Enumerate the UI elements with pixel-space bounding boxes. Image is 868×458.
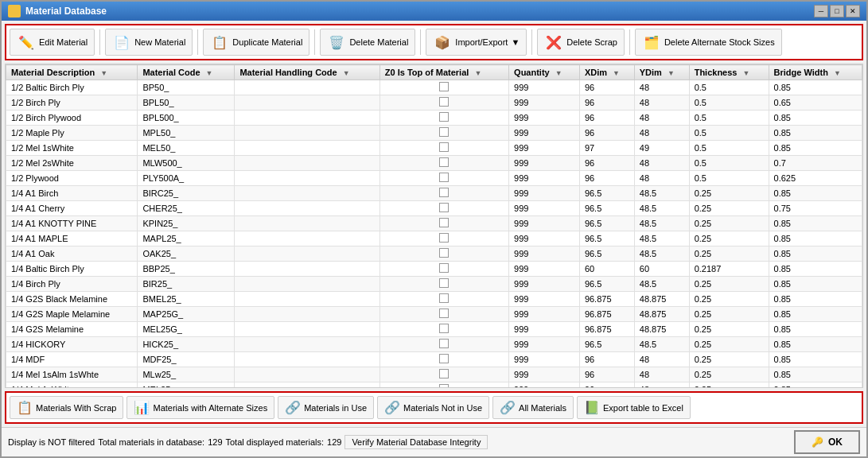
cell-12-6: 60 <box>634 262 689 277</box>
cell-5-5: 96 <box>579 156 634 171</box>
delete-scrap-button[interactable]: ❌ Delete Scrap <box>537 29 625 56</box>
checkbox[interactable] <box>439 142 449 152</box>
cell-8-6: 48.5 <box>634 201 689 216</box>
table-row[interactable]: 1/4 A1 KNOTTY PINEKPIN25_99996.548.50.25… <box>6 216 862 231</box>
cell-5-2 <box>235 156 380 171</box>
table-row[interactable]: 1/4 G2S MelamineMEL25G_99996.87548.8750.… <box>6 322 862 337</box>
cell-6-0: 1/2 Plywood <box>6 171 138 186</box>
col-header-code[interactable]: Material Code ▼ <box>138 65 235 80</box>
col-header-thickness[interactable]: Thickness ▼ <box>689 65 769 80</box>
checkbox[interactable] <box>439 82 449 91</box>
new-material-button[interactable]: 📄 New Material <box>105 29 193 56</box>
checkbox[interactable] <box>439 354 449 363</box>
cell-15-1: MAP25G_ <box>138 307 235 322</box>
table-row[interactable]: 1/4 G2S Black MelamineBMEL25_99996.87548… <box>6 292 862 307</box>
table-row[interactable]: 1/2 Mel 1sWhiteMEL50_99997490.50.85 <box>6 141 862 156</box>
cell-20-6: 48 <box>634 382 689 389</box>
table-row[interactable]: 1/4 G2S Maple MelamineMAP25G_99996.87548… <box>6 307 862 322</box>
col-header-quantity[interactable]: Quantity ▼ <box>509 65 580 80</box>
cell-19-4: 999 <box>509 367 580 382</box>
checkbox[interactable] <box>439 112 449 122</box>
table-row[interactable]: 1/2 PlywoodPLY500A_99996480.50.625 <box>6 171 862 186</box>
minimize-button[interactable]: ─ <box>814 5 828 17</box>
cell-1-1: BPL50_ <box>138 95 235 111</box>
restore-button[interactable]: □ <box>830 5 844 17</box>
cell-12-5: 60 <box>579 262 634 277</box>
table-row[interactable]: 1/4 Mel 1sWhiteMEL25_99996480.250.85 <box>6 382 862 389</box>
checkbox[interactable] <box>439 218 449 227</box>
toolbar-separator-4 <box>420 29 421 55</box>
checkbox[interactable] <box>439 293 449 303</box>
table-row[interactable]: 1/4 Birch PlyBIR25_99996.548.50.250.85 <box>6 277 862 292</box>
verify-integrity-button[interactable]: Verify Material Database Integrity <box>344 435 488 449</box>
checkbox[interactable] <box>439 309 449 318</box>
ok-button[interactable]: 🔑 OK <box>794 430 860 454</box>
table-row[interactable]: 1/4 A1 OakOAK25_99996.548.50.250.85 <box>6 246 862 262</box>
materials-not-in-use-button[interactable]: 🔗 Materials Not in Use <box>377 396 489 419</box>
materials-with-scrap-button[interactable]: 📋 Materials With Scrap <box>10 396 123 419</box>
table-row[interactable]: 1/4 MDFMDF25_99996480.250.85 <box>6 352 862 367</box>
checkbox[interactable] <box>439 157 449 167</box>
checkbox[interactable] <box>439 339 449 348</box>
table-row[interactable]: 1/2 Maple PlyMPL50_99996480.50.85 <box>6 126 862 141</box>
table-row[interactable]: 1/4 A1 CherryCHER25_99996.548.50.250.75 <box>6 201 862 216</box>
duplicate-material-button[interactable]: 📋 Duplicate Material <box>203 29 309 56</box>
cell-14-0: 1/4 G2S Black Melamine <box>6 292 138 307</box>
checkbox[interactable] <box>439 188 449 197</box>
filter-icon-xdim: ▼ <box>613 69 620 77</box>
cell-4-8: 0.85 <box>769 141 862 156</box>
checkbox[interactable] <box>439 369 449 378</box>
checkbox[interactable] <box>439 384 449 388</box>
cell-0-4: 999 <box>509 80 580 95</box>
col-header-ydim[interactable]: YDim ▼ <box>634 65 689 80</box>
checkbox[interactable] <box>439 127 449 137</box>
table-row[interactable]: 1/2 Birch PlyBPL50_99996480.50.65 <box>6 95 862 111</box>
checkbox[interactable] <box>439 233 449 243</box>
cell-17-5: 96.5 <box>579 337 634 352</box>
delete-alternate-button[interactable]: 🗂️ Delete Alternate Stock Sizes <box>635 29 782 56</box>
cell-0-0: 1/2 Baltic Birch Ply <box>6 80 138 95</box>
checkbox[interactable] <box>439 248 449 258</box>
table-row[interactable]: 1/2 Baltic Birch PlyBP50_99996480.50.85 <box>6 80 862 95</box>
table-row[interactable]: 1/2 Birch PlywoodBPL500_99996480.50.85 <box>6 111 862 126</box>
checkbox[interactable] <box>439 203 449 212</box>
table-row[interactable]: 1/4 HICKORYHICK25_99996.548.50.250.85 <box>6 337 862 352</box>
materials-in-use-button[interactable]: 🔗 Materials in Use <box>278 396 374 419</box>
checkbox[interactable] <box>439 278 449 288</box>
cell-11-7: 0.25 <box>689 246 769 262</box>
cell-7-4: 999 <box>509 186 580 201</box>
alternate-icon: 📊 <box>134 400 150 415</box>
col-header-xdim[interactable]: XDim ▼ <box>579 65 634 80</box>
table-row[interactable]: 1/4 Mel 1sAlm 1sWhteMLw25_99996480.250.8… <box>6 367 862 382</box>
cell-16-5: 96.875 <box>579 322 634 337</box>
checkbox[interactable] <box>439 97 449 107</box>
table-row[interactable]: 1/4 A1 MAPLEMAPL25_99996.548.50.250.85 <box>6 231 862 246</box>
export-excel-button[interactable]: 📗 Export table to Excel <box>577 396 691 419</box>
all-materials-button[interactable]: 🔗 All Materials <box>492 396 574 419</box>
cell-3-1: MPL50_ <box>138 126 235 141</box>
table-row[interactable]: 1/4 A1 BirchBIRC25_99996.548.50.250.85 <box>6 186 862 201</box>
close-button[interactable]: ✕ <box>846 5 860 17</box>
col-header-bridge-width[interactable]: Bridge Width ▼ <box>769 65 862 80</box>
filter-icon-description: ▼ <box>100 69 107 77</box>
cell-19-1: MLw25_ <box>138 367 235 382</box>
delete-scrap-label: Delete Scrap <box>566 37 617 47</box>
col-header-description[interactable]: Material Description ▼ <box>6 65 138 80</box>
material-table-container[interactable]: Material Description ▼ Material Code ▼ M… <box>5 64 863 388</box>
delete-material-button[interactable]: 🗑️ Delete Material <box>320 29 415 56</box>
checkbox[interactable] <box>439 263 449 273</box>
materials-alternate-sizes-button[interactable]: 📊 Materials with Alternate Sizes <box>127 396 274 419</box>
edit-material-button[interactable]: ✏️ Edit Material <box>10 29 95 56</box>
import-export-button[interactable]: 📦 Import/Export ▼ <box>426 29 527 56</box>
cell-18-6: 48 <box>634 352 689 367</box>
cell-3-7: 0.5 <box>689 126 769 141</box>
table-row[interactable]: 1/4 Baltic Birch PlyBBP25_99960600.21870… <box>6 262 862 277</box>
col-header-z0[interactable]: Z0 Is Top of Material ▼ <box>380 65 508 80</box>
col-header-handling[interactable]: Material Handling Code ▼ <box>235 65 380 80</box>
cell-10-3 <box>380 231 508 246</box>
cell-16-7: 0.25 <box>689 322 769 337</box>
table-row[interactable]: 1/2 Mel 2sWhiteMLW500_99996480.50.7 <box>6 156 862 171</box>
checkbox[interactable] <box>439 173 449 182</box>
checkbox[interactable] <box>439 324 449 333</box>
cell-14-8: 0.85 <box>769 292 862 307</box>
